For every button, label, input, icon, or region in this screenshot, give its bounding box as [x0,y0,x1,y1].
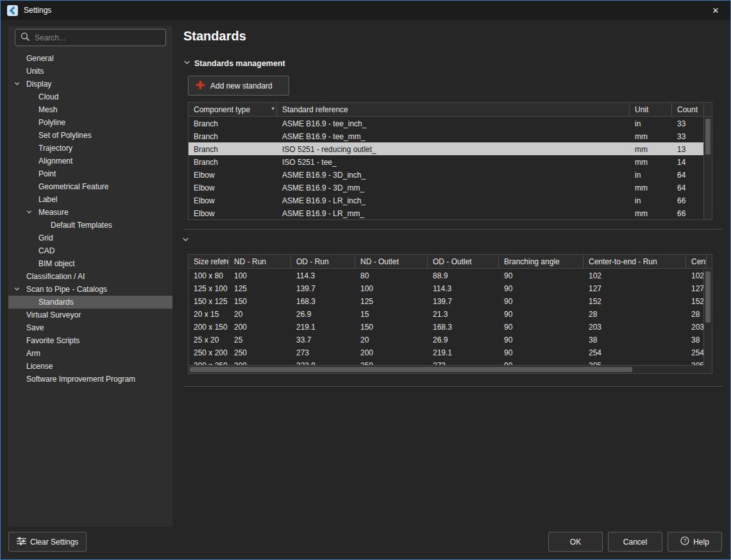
table-row[interactable]: BranchISO 5251 - reducing outlet_mm13 [189,142,712,155]
ok-button[interactable]: OK [548,532,603,552]
sidebar-item-units[interactable]: Units [8,65,172,78]
table-cell: 125 [229,282,291,294]
search-box [15,29,166,46]
table-row[interactable]: 150 x 125150168.3125139.790152152 [189,294,712,307]
column-header-count[interactable]: Count [672,103,704,116]
column-header-od-run[interactable]: OD - Run [291,255,355,268]
sidebar-item-cad[interactable]: CAD [8,244,172,257]
table-cell: Elbow [189,168,277,181]
column-header-component-type[interactable]: Component type▾ [189,103,277,116]
app-logo-icon [7,5,18,16]
table-row[interactable]: 200 x 150200219.1150168.390203203 [189,320,712,333]
table-row[interactable]: 20 x 152026.91521.3902828 [189,307,712,320]
sidebar-item-arm[interactable]: Arm [8,347,172,360]
sidebar-item-label: Measure [38,208,69,217]
details-table-vertical-scrollbar[interactable] [703,269,712,365]
collapse-details-icon[interactable] [182,236,190,244]
column-header-unit[interactable]: Unit [630,103,672,116]
column-header-size-refere[interactable]: Size refere▾ [189,255,229,268]
table-row[interactable]: 100 x 80100114.38088.990102102 [189,269,712,282]
column-header-nd-outlet[interactable]: ND - Outlet [355,255,428,268]
add-new-standard-button[interactable]: Add new standard [188,76,289,96]
scrollbar-thumb[interactable] [705,271,710,323]
sidebar-item-bim-object[interactable]: BIM object [8,257,172,270]
table-cell: Branch [189,117,277,130]
table-row[interactable]: BranchASME B16.9 - tee_inch_in33 [189,117,712,130]
sidebar-item-display[interactable]: Display [8,78,172,90]
table-cell: ASME B16.9 - LR_mm_ [277,207,630,219]
table-cell: 90 [499,320,584,333]
table-row[interactable]: ElbowASME B16.9 - 3D_mm_mm64 [189,181,712,194]
sidebar-item-label[interactable]: Label [8,193,172,206]
table-row[interactable]: BranchASME B16.9 - tee_mm_mm33 [189,130,712,142]
sidebar-item-standards[interactable]: Standards [8,296,172,309]
scrollbar-thumb[interactable] [190,367,632,372]
sidebar-item-grid[interactable]: Grid [8,232,172,244]
search-input[interactable] [35,33,160,42]
column-header-standard-reference[interactable]: Standard reference [277,103,630,116]
chevron-down-icon[interactable] [14,286,21,293]
column-header-label: Component type [194,105,250,114]
sidebar-item-measure[interactable]: Measure [8,206,172,219]
cancel-button[interactable]: Cancel [608,532,662,552]
table-cell: mm [630,142,672,155]
sidebar-item-favorite-scripts[interactable]: Favorite Scripts [8,334,172,347]
sidebar-item-software-improvement-program[interactable]: Software Improvement Program [8,373,172,386]
sidebar-item-polyline[interactable]: Polyline [8,116,172,129]
table-cell: Branch [189,142,277,155]
table-cell: mm [630,207,672,219]
table-row[interactable]: ElbowASME B16.9 - LR_mm_mm66 [189,207,712,219]
table-cell: 219.1 [428,346,499,359]
chevron-down-icon[interactable] [26,209,33,216]
table-cell: 150 [355,320,428,333]
sidebar-item-save[interactable]: Save [8,321,172,334]
column-header-center-to-end-run[interactable]: Center-to-end - Run [584,255,686,268]
standards-table-vertical-scrollbar[interactable] [703,117,712,219]
column-header-branching-angle[interactable]: Branching angle [499,255,584,268]
sidebar-item-license[interactable]: License [8,360,172,373]
table-cell: 200 [355,346,428,359]
table-cell: 152 [584,294,686,307]
help-button[interactable]: ? Help [668,532,722,552]
table-cell: ASME B16.9 - LR_inch_ [277,194,630,207]
sidebar-item-label: Mesh [38,105,57,114]
section-label: Standards management [194,59,285,68]
sidebar-item-general[interactable]: General [8,52,172,65]
sidebar-item-label: Scan to Pipe - Catalogs [26,285,107,294]
scrollbar-thumb[interactable] [705,119,710,155]
sidebar-item-label: Units [26,67,44,76]
column-header-nd-run[interactable]: ND - Run [229,255,291,268]
sidebar-item-geometrical-feature[interactable]: Geometrical Feature [8,180,172,193]
table-row[interactable]: 250 x 200250273200219.190254254 [189,346,712,359]
column-header-cente[interactable]: Cente [686,255,707,268]
sidebar-item-trajectory[interactable]: Trajectory [8,142,172,155]
clear-settings-button[interactable]: Clear Settings [8,532,87,552]
details-table-horizontal-scrollbar[interactable] [189,365,703,373]
sidebar-item-scan-to-pipe-catalogs[interactable]: Scan to Pipe - Catalogs [8,283,172,296]
column-header-label: Branching angle [504,257,560,266]
close-button[interactable]: ✕ [701,1,730,20]
table-cell: Branch [189,130,277,142]
chevron-down-icon[interactable] [14,81,21,87]
table-row[interactable]: 125 x 100125139.7100114.390127127 [189,282,712,294]
table-cell: 168.3 [428,320,499,333]
table-row[interactable]: 25 x 202533.72026.9903838 [189,333,712,346]
sidebar-item-default-templates[interactable]: Default Templates [8,219,172,232]
chevron-down-icon[interactable] [183,59,190,68]
table-row[interactable]: ElbowASME B16.9 - 3D_inch_in64 [189,168,712,181]
sidebar-item-cloud[interactable]: Cloud [8,90,172,103]
sidebar-item-point[interactable]: Point [8,167,172,180]
table-cell: 102 [584,269,686,282]
table-row[interactable]: ElbowASME B16.9 - LR_inch_in66 [189,194,712,207]
table-row[interactable]: BranchISO 5251 - tee_mm14 [189,155,712,168]
titlebar: Settings ✕ [1,1,730,20]
column-header-od-outlet[interactable]: OD - Outlet [428,255,499,268]
column-header-label: Center-to-end - Run [589,257,657,266]
sidebar-item-virtual-surveyor[interactable]: Virtual Surveyor [8,309,172,321]
sidebar-item-alignment[interactable]: Alignment [8,155,172,167]
sidebar-item-set-of-polylines[interactable]: Set of Polylines [8,129,172,142]
table-cell: in [630,117,672,130]
sidebar-item-mesh[interactable]: Mesh [8,103,172,116]
sidebar-item-classification-ai[interactable]: Classification / AI [8,270,172,283]
section-standards-management[interactable]: Standards management [183,59,285,68]
